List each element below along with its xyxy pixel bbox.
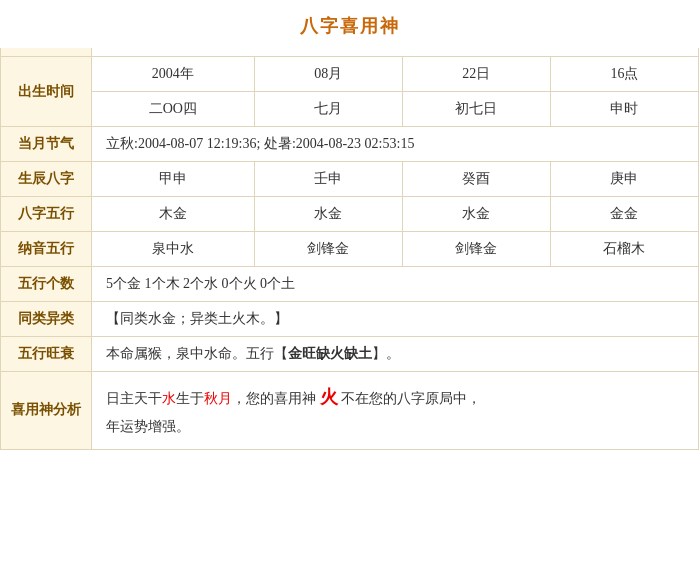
same-diff-value: 【同类水金；异类土火木。】	[92, 302, 699, 337]
birth-hour-lunar: 申时	[550, 92, 698, 127]
xiyong-line1: 日主天干水生于秋月，您的喜用神 火 不在您的八字原局中，	[106, 380, 688, 414]
page-wrapper: 八字喜用神 出生时间 2004年 08月 22日 16点 二OO四 七月 初七日…	[0, 0, 699, 450]
wuxing-label: 八字五行	[1, 197, 92, 232]
partial-row	[1, 48, 699, 57]
xiyong-autumn: 秋月	[204, 391, 232, 406]
xiyong-value: 日主天干水生于秋月，您的喜用神 火 不在您的八字原局中， 年运势增强。	[92, 372, 699, 450]
xiyong-line1-post: ，您的喜用神	[232, 391, 316, 406]
same-diff-label: 同类异类	[1, 302, 92, 337]
solar-terms-label: 当月节气	[1, 127, 92, 162]
wuxing-row: 八字五行 木金 水金 水金 金金	[1, 197, 699, 232]
xiyong-water: 水	[162, 391, 176, 406]
xiyong-row: 喜用神分析 日主天干水生于秋月，您的喜用神 火 不在您的八字原局中， 年运势增强…	[1, 372, 699, 450]
nayin-4: 石榴木	[550, 232, 698, 267]
xiyong-line1-mid: 生于	[176, 391, 204, 406]
birth-month-lunar: 七月	[254, 92, 402, 127]
bazi-label: 生辰八字	[1, 162, 92, 197]
xiyong-label: 喜用神分析	[1, 372, 92, 450]
birth-hour: 16点	[550, 57, 698, 92]
bazi-2: 壬申	[254, 162, 402, 197]
xiyong-fire-icon: 火	[320, 387, 338, 407]
birth-day: 22日	[402, 57, 550, 92]
wangshui-pre: 本命属猴，泉中水命。五行【	[106, 346, 288, 361]
count-label: 五行个数	[1, 267, 92, 302]
birth-year-lunar: 二OO四	[92, 92, 255, 127]
wangshui-bold: 金旺缺火缺土	[288, 346, 372, 361]
wangshui-post: 】。	[372, 346, 400, 361]
partial-label	[1, 48, 92, 57]
xiyong-line1-end: 不在您的八字原局中，	[341, 391, 481, 406]
wuxing-3: 水金	[402, 197, 550, 232]
wangshui-row: 五行旺衰 本命属猴，泉中水命。五行【金旺缺火缺土】。	[1, 337, 699, 372]
nayin-3: 剑锋金	[402, 232, 550, 267]
nayin-2: 剑锋金	[254, 232, 402, 267]
solar-terms-value: 立秋:2004-08-07 12:19:36; 处暑:2004-08-23 02…	[92, 127, 699, 162]
page-title: 八字喜用神	[0, 0, 699, 48]
count-value: 5个金 1个木 2个水 0个火 0个土	[92, 267, 699, 302]
partial-content	[92, 48, 699, 57]
birth-time-row2: 二OO四 七月 初七日 申时	[1, 92, 699, 127]
wuxing-1: 木金	[92, 197, 255, 232]
bazi-4: 庚申	[550, 162, 698, 197]
birth-day-lunar: 初七日	[402, 92, 550, 127]
xiyong-line2: 年运势增强。	[106, 414, 688, 441]
xiyong-line1-pre: 日主天干	[106, 391, 162, 406]
main-table: 出生时间 2004年 08月 22日 16点 二OO四 七月 初七日 申时 当月…	[0, 48, 699, 450]
nayin-1: 泉中水	[92, 232, 255, 267]
birth-month: 08月	[254, 57, 402, 92]
birth-time-label: 出生时间	[1, 57, 92, 127]
bazi-row: 生辰八字 甲申 壬申 癸酉 庚申	[1, 162, 699, 197]
wuxing-4: 金金	[550, 197, 698, 232]
count-row: 五行个数 5个金 1个木 2个水 0个火 0个土	[1, 267, 699, 302]
birth-year: 2004年	[92, 57, 255, 92]
nayin-row: 纳音五行 泉中水 剑锋金 剑锋金 石榴木	[1, 232, 699, 267]
same-diff-row: 同类异类 【同类水金；异类土火木。】	[1, 302, 699, 337]
wuxing-2: 水金	[254, 197, 402, 232]
bazi-1: 甲申	[92, 162, 255, 197]
birth-time-row1: 出生时间 2004年 08月 22日 16点	[1, 57, 699, 92]
wangshui-label: 五行旺衰	[1, 337, 92, 372]
wangshui-value: 本命属猴，泉中水命。五行【金旺缺火缺土】。	[92, 337, 699, 372]
bazi-3: 癸酉	[402, 162, 550, 197]
solar-terms-row: 当月节气 立秋:2004-08-07 12:19:36; 处暑:2004-08-…	[1, 127, 699, 162]
nayin-label: 纳音五行	[1, 232, 92, 267]
